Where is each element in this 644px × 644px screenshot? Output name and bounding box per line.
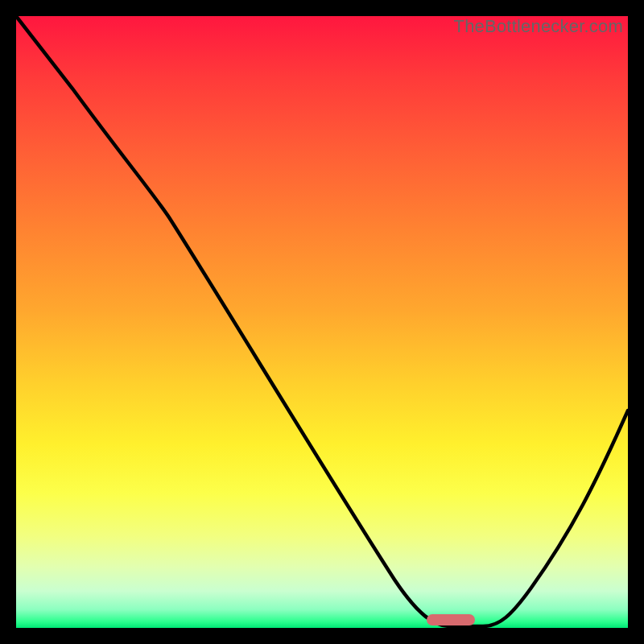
watermark-text: TheBottlenecker.com bbox=[454, 16, 623, 37]
chart-frame: TheBottlenecker.com bbox=[16, 16, 628, 628]
bottleneck-curve bbox=[16, 16, 628, 628]
curve-path bbox=[16, 16, 628, 626]
optimal-marker-pill bbox=[427, 614, 475, 625]
